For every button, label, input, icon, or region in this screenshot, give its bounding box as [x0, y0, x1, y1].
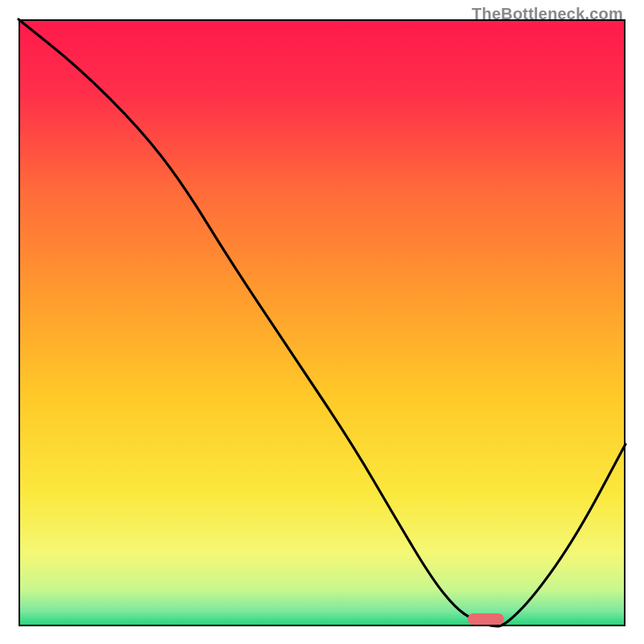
- curve-layer: [19, 19, 625, 626]
- bottleneck-curve-path: [19, 19, 625, 626]
- bottleneck-chart: TheBottleneck.com: [0, 0, 644, 644]
- optimal-range-marker: [468, 613, 504, 625]
- plot-area: [19, 19, 625, 626]
